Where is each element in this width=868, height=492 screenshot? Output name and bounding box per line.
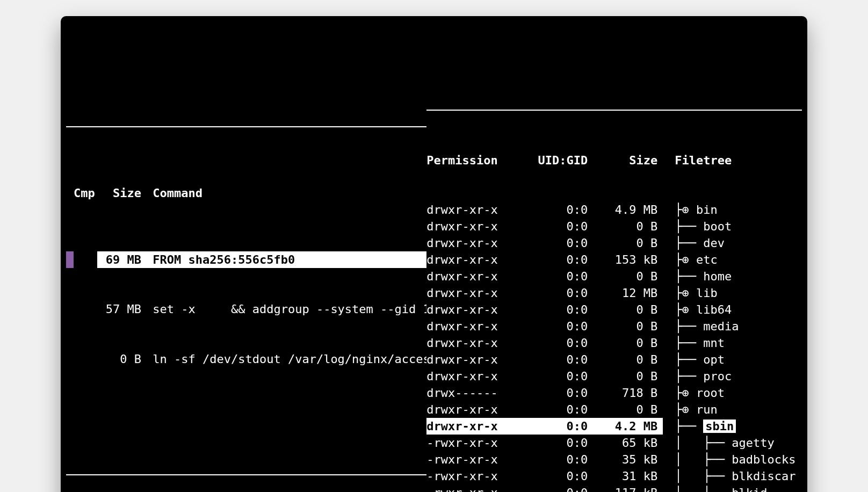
file-uidgid: 0:0: [518, 251, 588, 268]
filetree-row[interactable]: drwxr-xr-x0:00 B├⊕ lib64: [426, 301, 802, 318]
file-name: ├── dev: [663, 235, 802, 251]
file-name: │ ├── agetty: [663, 435, 802, 451]
file-permission: drwxr-xr-x: [426, 235, 518, 251]
file-uidgid: 0:0: [518, 484, 588, 492]
col-size: Size: [97, 185, 146, 201]
file-permission: drwxr-xr-x: [426, 301, 518, 318]
col-permission: Permission: [426, 152, 518, 169]
file-uidgid: 0:0: [518, 268, 588, 285]
file-size: 0 B: [588, 318, 663, 335]
filetree-row[interactable]: drwxr-xr-x0:00 B├── boot: [426, 218, 802, 235]
file-size: 12 MB: [588, 285, 663, 301]
terminal-window: [Layers] Cmp Size Command 69 MB FROM sha…: [61, 16, 807, 492]
file-uidgid: 0:0: [518, 335, 588, 351]
file-uidgid: 0:0: [518, 235, 588, 251]
layers-pane[interactable]: [Layers] Cmp Size Command 69 MB FROM sha…: [66, 69, 426, 492]
filetree-columns: Permission UID:GID Size Filetree: [426, 152, 802, 169]
file-permission: -rwxr-xr-x: [426, 451, 518, 468]
file-size: 0 B: [588, 351, 663, 368]
tree-prefix: ├──: [675, 419, 703, 433]
file-permission: drwxr-xr-x: [426, 318, 518, 335]
filetree-row[interactable]: drwxr-xr-x0:012 MB├⊕ lib: [426, 285, 802, 301]
file-permission: drwxr-xr-x: [426, 335, 518, 351]
filetree-row[interactable]: -rwxr-xr-x0:0117 kB│ ├── blkid: [426, 484, 802, 492]
layers-columns: Cmp Size Command: [66, 185, 426, 201]
file-size: 0 B: [588, 401, 663, 418]
col-filetree: Filetree: [663, 152, 802, 169]
file-name: ├── mnt: [663, 335, 802, 351]
file-uidgid: 0:0: [518, 418, 588, 435]
file-uidgid: 0:0: [518, 201, 588, 218]
file-permission: -rwxr-xr-x: [426, 435, 518, 451]
file-size: 0 B: [588, 268, 663, 285]
file-size: 0 B: [588, 368, 663, 385]
file-uidgid: 0:0: [518, 385, 588, 401]
col-cmp: Cmp: [74, 185, 97, 201]
filetree-row[interactable]: drwxr-xr-x0:00 B├── home: [426, 268, 802, 285]
file-uidgid: 0:0: [518, 351, 588, 368]
file-name: ├── opt: [663, 351, 802, 368]
layer-details-header: [Layer Details]: [66, 467, 426, 483]
file-name: ├⊕ run: [663, 401, 802, 418]
file-permission: drwxr-xr-x: [426, 368, 518, 385]
file-size: 31 kB: [588, 468, 663, 484]
file-permission: drwxr-xr-x: [426, 401, 518, 418]
layer-size: 0 B: [97, 351, 146, 367]
file-size: 718 B: [588, 385, 663, 401]
file-permission: drwxr-xr-x: [426, 285, 518, 301]
layer-row[interactable]: 0 B ln -sf /dev/stdout /var/log/nginx/ac…: [66, 351, 426, 367]
filetree-row[interactable]: -rwxr-xr-x0:065 kB│ ├── agetty: [426, 435, 802, 451]
file-uidgid: 0:0: [518, 451, 588, 468]
file-permission: drwxr-xr-x: [426, 251, 518, 268]
file-size: 153 kB: [588, 251, 663, 268]
layer-row[interactable]: 57 MB set -x && addgroup --system --gid …: [66, 301, 426, 317]
file-name: │ ├── badblocks: [663, 451, 802, 468]
filetree-row[interactable]: drwx------0:0718 B├⊕ root: [426, 385, 802, 401]
file-name: ├⊕ etc: [663, 251, 802, 268]
filetree-row[interactable]: drwxr-xr-x0:04.2 MB├── sbin: [426, 418, 802, 435]
file-permission: -rwxr-xr-x: [426, 484, 518, 492]
file-name: │ ├── blkid: [663, 484, 802, 492]
col-uidgid: UID:GID: [518, 152, 588, 169]
col-command: Command: [153, 186, 202, 200]
filetree-row[interactable]: drwxr-xr-x0:00 B├── media: [426, 318, 802, 335]
file-name: ├⊕ bin: [663, 201, 802, 218]
file-name: ├⊕ lib64: [663, 301, 802, 318]
filetree-row[interactable]: drwxr-xr-x0:00 B├── dev: [426, 235, 802, 251]
filetree-row[interactable]: -rwxr-xr-x0:031 kB│ ├── blkdiscar: [426, 468, 802, 484]
file-name: ├── media: [663, 318, 802, 335]
col-fsize: Size: [588, 152, 663, 169]
file-size: 0 B: [588, 301, 663, 318]
file-size: 35 kB: [588, 451, 663, 468]
file-permission: -rwxr-xr-x: [426, 468, 518, 484]
filetree-row[interactable]: drwxr-xr-x0:00 B├── mnt: [426, 335, 802, 351]
file-name: │ ├── blkdiscar: [663, 468, 802, 484]
file-uidgid: 0:0: [518, 318, 588, 335]
file-size: 117 kB: [588, 484, 663, 492]
file-name: ├⊕ lib: [663, 285, 802, 301]
file-size: 0 B: [588, 218, 663, 235]
file-uidgid: 0:0: [518, 435, 588, 451]
file-name: ├── proc: [663, 368, 802, 385]
layer-command: FROM sha256:556c5fb0: [153, 253, 295, 266]
file-name: ├── sbin: [663, 418, 802, 435]
filetree-row[interactable]: drwxr-xr-x0:04.9 MB├⊕ bin: [426, 201, 802, 218]
file-permission: drwxr-xr-x: [426, 218, 518, 235]
file-name: ├── boot: [663, 218, 802, 235]
file-permission: drwxr-xr-x: [426, 351, 518, 368]
layer-cmp-marker: [66, 251, 74, 268]
filetree-row[interactable]: drwxr-xr-x0:00 B├⊕ run: [426, 401, 802, 418]
filetree-row[interactable]: drwxr-xr-x0:00 B├── proc: [426, 368, 802, 385]
file-uidgid: 0:0: [518, 468, 588, 484]
filetree-pane[interactable]: [ Current Layer Contents] Permission UID…: [426, 69, 802, 492]
filetree-row[interactable]: drwxr-xr-x0:0153 kB├⊕ etc: [426, 251, 802, 268]
file-size: 65 kB: [588, 435, 663, 451]
filetree-header: [ Current Layer Contents]: [426, 102, 802, 119]
layer-size: 57 MB: [97, 301, 146, 317]
filetree-row[interactable]: drwxr-xr-x0:00 B├── opt: [426, 351, 802, 368]
layer-size: 69 MB: [97, 251, 146, 268]
file-size: 0 B: [588, 335, 663, 351]
filetree-row[interactable]: -rwxr-xr-x0:035 kB│ ├── badblocks: [426, 451, 802, 468]
layer-row[interactable]: 69 MB FROM sha256:556c5fb0: [66, 251, 426, 268]
layers-header: [Layers]: [66, 119, 426, 135]
